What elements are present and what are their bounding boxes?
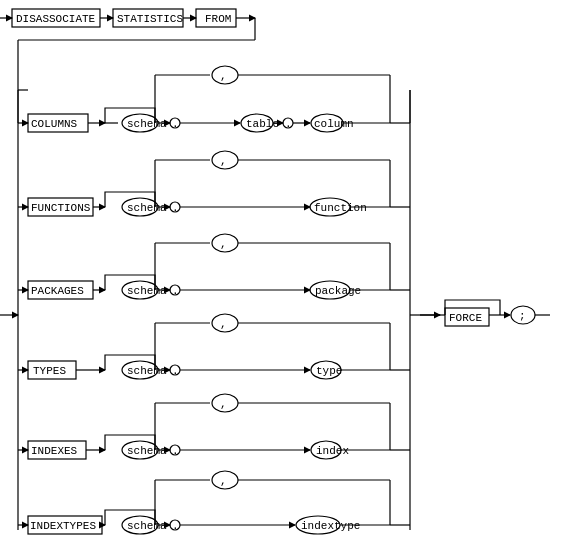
statistics-label: STATISTICS <box>117 13 183 25</box>
svg-text:.: . <box>172 365 179 377</box>
svg-text:.: . <box>172 118 179 130</box>
svg-text:,: , <box>220 475 227 487</box>
svg-text:,: , <box>220 238 227 250</box>
disassociate-label: DISASSOCIATE <box>16 13 96 25</box>
indextypes-schema: schema <box>127 520 167 532</box>
packages-schema: schema <box>127 285 167 297</box>
svg-text:column: column <box>314 118 354 130</box>
svg-text:,: , <box>220 155 227 167</box>
svg-text:,: , <box>220 70 227 82</box>
from-label: FROM <box>205 13 231 25</box>
force-label: FORCE <box>449 312 482 324</box>
package-terminal: package <box>315 285 361 297</box>
function-terminal: function <box>314 202 367 214</box>
semicolon-label: ; <box>519 310 526 322</box>
svg-text:.: . <box>172 445 179 457</box>
indextypes-label: INDEXTYPES <box>30 520 96 532</box>
functions-label: FUNCTIONS <box>31 202 91 214</box>
svg-text:.: . <box>172 285 179 297</box>
svg-text:,: , <box>220 398 227 410</box>
types-label: TYPES <box>33 365 66 377</box>
type-terminal: type <box>316 365 342 377</box>
svg-text:.: . <box>172 202 179 214</box>
svg-text:table: table <box>246 118 279 130</box>
index-terminal: index <box>316 445 349 457</box>
indexes-schema: schema <box>127 445 167 457</box>
svg-text:.: . <box>172 520 179 532</box>
columns-schema: schema <box>127 118 167 130</box>
functions-schema: schema <box>127 202 167 214</box>
indexes-label: INDEXES <box>31 445 78 457</box>
packages-label: PACKAGES <box>31 285 84 297</box>
types-schema: schema <box>127 365 167 377</box>
svg-text:.: . <box>285 118 292 130</box>
indextype-terminal: indextype <box>301 520 360 532</box>
svg-text:,: , <box>220 318 227 330</box>
columns-label: COLUMNS <box>31 118 78 130</box>
